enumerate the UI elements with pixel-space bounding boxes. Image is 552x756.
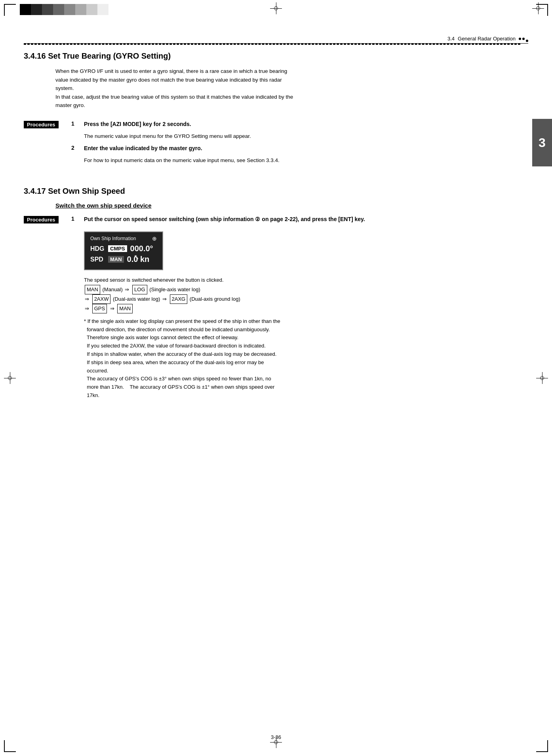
note-line-8: The accuracy of GPS's COG is ±3° when ow… [84,375,377,383]
ship-info-title-text: Own Ship Information [90,236,136,241]
globe-icon: ⊕ [152,235,157,242]
step-316-2-num: 2 [71,144,81,151]
note-text-317: * If the single axis water log display c… [84,317,377,400]
header-section-ref: 3.4 [447,36,455,42]
spd-label: SPD [90,256,108,263]
intro-line-4: In that case, adjust the true bearing va… [55,94,293,100]
step-317-1: 1 Put the cursor on speed sensor switchi… [71,215,524,223]
note-line-5: If ships in shallow water, when the accu… [84,350,377,359]
step-317-1-num: 1 [71,215,81,222]
flow-box-2axg: 2AXG [170,294,188,304]
procedures-badge-col-316: Procedures [24,120,71,128]
step-316-1-desc: The numeric value input menu for the GYR… [84,132,524,140]
step-316-1-num: 1 [71,120,81,127]
intro-line-5: master gyro. [55,102,85,108]
procedures-316-row: Procedures 1 Press the [AZI MODE] key fo… [24,120,524,169]
header-dots [519,38,528,40]
note-line-9: more than 17kn. The accuracy of GPS's CO… [84,383,377,391]
corner-mark-tl [4,4,16,16]
procedures-317-row: Procedures 1 Put the cursor on speed sen… [24,215,524,399]
step-317-1-text: Put the cursor on speed sensor switching… [84,215,365,223]
subsection-title-317: Switch the own ship speed device [55,202,524,209]
crosshair-top [270,2,282,14]
hdg-label: HDG [90,245,108,252]
main-content: 3.4.16 Set True Bearing (GYRO Setting) W… [24,48,524,405]
note-line-7: occurred. [84,367,377,375]
flow-box-gps: GPS [92,304,107,313]
step-316-1-text: Press the [AZI MODE] key for 2 seconds. [84,120,191,128]
sensor-flow-2: ⇒ 2AXW (Dual-axis water log) ⇒ 2AXG (Dua… [84,296,240,302]
top-bar [20,4,108,15]
step-316-2-desc: For how to input numeric data on the num… [84,157,524,164]
intro-line-3: system. [55,85,74,91]
section-316-title: 3.4.16 Set True Bearing (GYRO Setting) [24,52,524,61]
note-line-2: forward direction, the direction of move… [84,326,377,334]
procedures-badge-316: Procedures [24,121,59,128]
cursor-arrow-icon: ↖ [134,253,139,261]
hdg-unit-box: CMPS [108,245,127,252]
corner-mark-bl [4,740,16,752]
flow-arrow-2: ⇒ [85,296,89,302]
flow-arrow-3: ⇒ [162,296,167,302]
flow-box-man2: MAN [117,304,133,313]
note-line-1: * If the single axis water log display c… [84,317,377,326]
intro-text-316: When the GYRO I/F unit is used to enter … [55,67,524,110]
corner-mark-br [536,740,548,752]
tab-marker: 3 [532,119,552,166]
flow-log-label: (Single-axis water log) [149,286,200,292]
flow-box-man: MAN [85,285,100,294]
step-316-1: 1 Press the [AZI MODE] key for 2 seconds… [71,120,524,128]
intro-line-2: value indicated by the master gyro does … [55,77,282,83]
flow-arrow-1: ⇒ [125,286,129,292]
note-line-10: 17kn. [84,391,377,400]
ship-info-box: Own Ship Information ⊕ HDG CMPS 000.0° S… [84,231,163,270]
procedures-badge-col-317: Procedures [24,215,71,223]
intro-line-1: When the GYRO I/F unit is used to enter … [55,68,287,74]
step-316-2-text: Enter the value indicated by the master … [84,144,202,153]
dashed-separator [24,44,520,45]
crosshair-top-right [532,2,544,14]
note-line-3: Therefore single axis water logs cannot … [84,334,377,342]
procedures-316-content: 1 Press the [AZI MODE] key for 2 seconds… [71,120,524,169]
crosshair-mid-right [536,372,548,384]
sensor-desc-text: The speed sensor is switched whenever th… [84,277,224,283]
ship-hdg-row: HDG CMPS 000.0° [90,244,157,253]
section-317-title: 3.4.17 Set Own Ship Speed [24,187,524,196]
sensor-desc: The speed sensor is switched whenever th… [84,276,524,313]
crosshair-mid-left [4,372,16,384]
hdg-value: 000.0° [130,244,153,253]
ship-info-title-bar: Own Ship Information ⊕ [90,235,157,242]
header-section-title: General Radar Operation [458,36,516,42]
flow-manual-label: (Manual) [103,286,124,292]
header-line: 3.4 General Radar Operation [24,36,528,44]
flow-box-log: LOG [132,285,147,294]
sensor-flow-1: MAN (Manual) ⇒ LOG (Single-axis water lo… [84,286,200,292]
procedures-badge-317: Procedures [24,216,59,223]
ship-spd-row: SPD MAN 0.0 kn ↖ [90,255,157,264]
procedures-317-content: 1 Put the cursor on speed sensor switchi… [71,215,524,399]
spd-mode-box: MAN [108,256,124,263]
page-number: 3-36 [0,734,552,740]
flow-2axg-label: (Dual-axis ground log) [190,296,240,302]
flow-arrow-5: ⇒ [110,305,114,311]
sensor-flow-3: ⇒ GPS ⇒ MAN [84,305,133,311]
step-316-2: 2 Enter the value indicated by the maste… [71,144,524,153]
ship-info-inner: Own Ship Information ⊕ HDG CMPS 000.0° S… [84,231,163,270]
flow-arrow-4: ⇒ [85,305,89,311]
flow-2axw-label: (Dual-axis water log) [113,296,162,302]
flow-box-2axw: 2AXW [92,294,111,304]
note-line-6: If ships in deep sea area, when the accu… [84,359,377,367]
note-line-4: If you selected the 2AXW, the value of f… [84,342,377,350]
